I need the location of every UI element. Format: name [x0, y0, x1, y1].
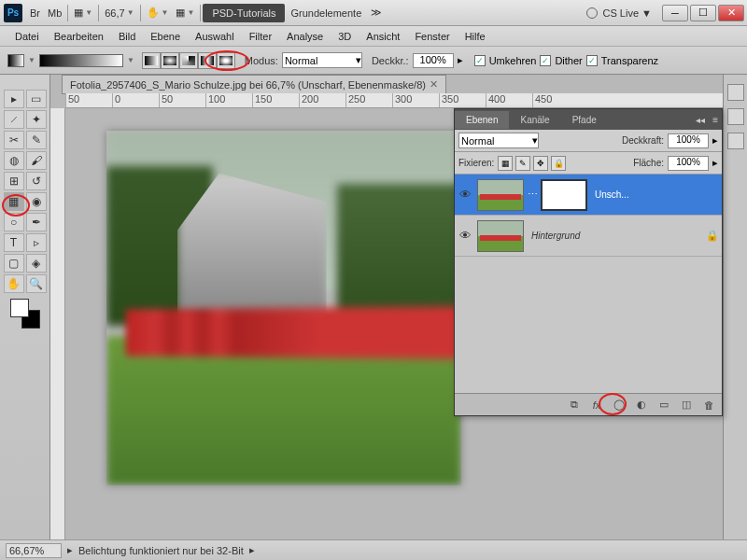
tab-ebenen[interactable]: Ebenen: [455, 111, 509, 129]
layer-row[interactable]: 👁 Hintergrund 🔒: [455, 216, 722, 257]
menu-auswahl[interactable]: Auswahl: [188, 29, 242, 44]
reflected-gradient-icon[interactable]: [198, 52, 217, 69]
move-tool[interactable]: ▸: [4, 90, 24, 108]
layer-thumbnail[interactable]: [477, 179, 524, 211]
dodge-tool[interactable]: ○: [4, 213, 24, 231]
layers-footer: ⧉ fx ◯ ◐ ▭ ◫ 🗑: [455, 393, 722, 415]
adjustment-icon[interactable]: ◐: [634, 399, 649, 412]
menu-hilfe[interactable]: Hilfe: [458, 29, 493, 44]
right-dock: [723, 75, 747, 539]
path-tool[interactable]: ▹: [26, 233, 47, 252]
shape-tool[interactable]: ▢: [4, 254, 24, 273]
psd-tutorials-button[interactable]: PSD-Tutorials: [203, 4, 285, 22]
lock-paint-icon[interactable]: ✎: [515, 156, 530, 171]
fx-icon[interactable]: fx: [589, 399, 604, 412]
close-tab-icon[interactable]: ✕: [430, 78, 438, 91]
marquee-tool[interactable]: ▭: [26, 90, 47, 108]
angle-gradient-icon[interactable]: [179, 52, 198, 69]
eyedrop-tool[interactable]: ✎: [26, 131, 47, 149]
lasso-tool[interactable]: ⟋: [4, 110, 24, 129]
deckkr-label: Deckkr.:: [372, 55, 409, 66]
deckkr-input[interactable]: 100%: [413, 53, 454, 68]
layers-panel: Ebenen Kanäle Pfade ◂◂ ≡ Normal▾ Deckkra…: [454, 108, 723, 416]
more-icon[interactable]: ≫: [367, 5, 386, 21]
tab-pfade[interactable]: Pfade: [561, 111, 608, 129]
brush-tool[interactable]: 🖌: [26, 151, 47, 170]
cslive-icon[interactable]: [586, 7, 598, 19]
clip-icon[interactable]: ▦▼: [70, 5, 96, 21]
mask-icon[interactable]: ◯: [612, 399, 627, 412]
flache-input[interactable]: 100%: [668, 156, 709, 171]
layer-name[interactable]: Hintergrund: [526, 231, 703, 241]
zoom-tool[interactable]: 🔍: [26, 274, 47, 293]
grid-icon[interactable]: ▦▼: [172, 5, 198, 21]
menu-bild[interactable]: Bild: [111, 29, 143, 44]
cslive-label[interactable]: CS Live ▼: [598, 6, 657, 21]
link-icon[interactable]: ⧉: [567, 399, 582, 412]
type-tool[interactable]: T: [4, 233, 24, 252]
blur-tool[interactable]: ◉: [26, 192, 47, 211]
heal-tool[interactable]: ◍: [4, 151, 24, 170]
diamond-gradient-icon[interactable]: [217, 52, 235, 69]
workspace-name[interactable]: Grundelemente: [285, 6, 367, 21]
fixieren-label: Fixieren:: [458, 158, 494, 168]
panel-collapse-icon[interactable]: ◂◂: [692, 115, 709, 125]
transparenz-checkbox[interactable]: ✓: [586, 55, 598, 66]
stamp-tool[interactable]: ⊞: [4, 172, 24, 190]
menu-fenster[interactable]: Fenster: [407, 29, 457, 44]
mb-button[interactable]: Mb: [44, 6, 65, 21]
visibility-icon[interactable]: 👁: [455, 229, 475, 243]
blend-mode-select[interactable]: Normal▾: [458, 133, 539, 148]
gradient-swatch[interactable]: [7, 54, 24, 67]
visibility-icon[interactable]: 👁: [455, 188, 475, 202]
radial-gradient-icon[interactable]: [161, 52, 179, 69]
menu-analyse[interactable]: Analyse: [279, 29, 331, 44]
dock-icon-3[interactable]: [727, 133, 744, 149]
maximize-button[interactable]: ☐: [690, 5, 716, 21]
menu-filter[interactable]: Filter: [242, 29, 279, 44]
mask-link-icon[interactable]: ⋯: [526, 189, 539, 201]
wand-tool[interactable]: ✦: [26, 110, 47, 129]
gradient-tool[interactable]: ▦: [4, 192, 24, 211]
color-swatches[interactable]: [10, 299, 40, 329]
minimize-button[interactable]: ─: [662, 5, 688, 21]
lock-trans-icon[interactable]: ▦: [498, 156, 513, 171]
pen-tool[interactable]: ✒: [26, 213, 47, 231]
deckkraft-input[interactable]: 100%: [668, 133, 709, 148]
tab-kanale[interactable]: Kanäle: [509, 111, 560, 129]
crop-tool[interactable]: ✂: [4, 131, 24, 149]
dock-icon-2[interactable]: [727, 108, 744, 125]
close-button[interactable]: ✕: [718, 5, 744, 21]
delete-icon[interactable]: 🗑: [701, 399, 716, 412]
canvas[interactable]: [106, 131, 461, 485]
panel-menu-icon[interactable]: ≡: [709, 115, 722, 125]
umkehren-checkbox[interactable]: ✓: [474, 55, 486, 66]
history-tool[interactable]: ↺: [26, 172, 47, 190]
gradient-preview[interactable]: [39, 54, 123, 67]
new-layer-icon[interactable]: ◫: [679, 399, 694, 412]
vertical-ruler: [50, 108, 65, 539]
group-icon[interactable]: ▭: [656, 399, 671, 412]
document-tab[interactable]: Fotolia_2957406_S_Mario Schulze.jpg bei …: [62, 75, 446, 94]
menu-ebene[interactable]: Ebene: [143, 29, 188, 44]
menu-datei[interactable]: Datei: [7, 29, 47, 44]
layer-thumbnail[interactable]: [477, 220, 524, 252]
linear-gradient-icon[interactable]: [142, 52, 161, 69]
layer-mask[interactable]: [541, 179, 587, 211]
layer-row[interactable]: 👁 ⋯ Unsch...: [455, 175, 722, 216]
br-button[interactable]: Br: [26, 6, 44, 21]
hand-icon[interactable]: ✋▼: [143, 5, 173, 21]
lock-all-icon[interactable]: 🔒: [551, 156, 566, 171]
menu-ansicht[interactable]: Ansicht: [359, 29, 407, 44]
status-zoom[interactable]: 66,67%: [6, 543, 62, 558]
layer-name[interactable]: Unsch...: [589, 189, 722, 200]
menu-3d[interactable]: 3D: [331, 29, 359, 44]
dither-checkbox[interactable]: ✓: [540, 55, 551, 66]
lock-move-icon[interactable]: ✥: [533, 156, 548, 171]
dock-icon-1[interactable]: [727, 84, 744, 101]
3d-tool[interactable]: ◈: [26, 254, 47, 273]
modus-select[interactable]: Normal▾: [282, 52, 362, 68]
hand-tool[interactable]: ✋: [4, 274, 24, 293]
menu-bearbeiten[interactable]: Bearbeiten: [47, 29, 111, 44]
zoom-dropdown[interactable]: 66,7▼: [101, 6, 137, 21]
